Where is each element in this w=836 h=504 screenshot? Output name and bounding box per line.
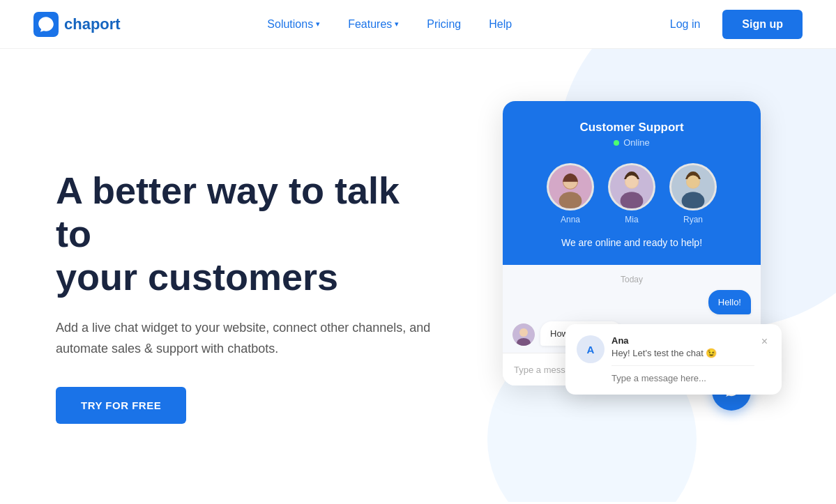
hero-subtitle: Add a live chat widget to your website, … <box>56 318 432 359</box>
hero-illustration: Customer Support Online <box>432 101 803 491</box>
notif-input-bar <box>611 365 754 383</box>
chat-tagline: We are online and ready to help! <box>561 237 702 248</box>
navbar: chaport Solutions ▾ Features ▾ Pricing H… <box>0 0 836 49</box>
chaport-logo-icon <box>33 12 59 37</box>
agent-mia-name: Mia <box>625 215 638 224</box>
chat-status: Online <box>614 137 650 148</box>
hero-text: A better way to talk to your customers A… <box>56 169 432 425</box>
hero-title: A better way to talk to your customers <box>56 169 432 298</box>
svg-point-8 <box>625 176 638 188</box>
svg-point-12 <box>687 176 699 188</box>
nav-solutions[interactable]: Solutions ▾ <box>256 13 331 36</box>
chat-date-separator: Today <box>503 265 761 290</box>
agent-anna-name: Anna <box>561 215 580 224</box>
notif-message: Hey! Let's test the chat 😉 <box>611 348 754 358</box>
nav-help[interactable]: Help <box>478 13 523 36</box>
chat-agents: Anna <box>547 163 717 224</box>
hero-section: A better way to talk to your customers A… <box>0 49 836 502</box>
agent-ryan: Ryan <box>669 163 717 224</box>
agent-ryan-name: Ryan <box>683 215 703 224</box>
msg-hello-bubble: Hello! <box>708 290 751 314</box>
notif-sender-name: Ana <box>611 335 754 346</box>
signup-button[interactable]: Sign up <box>722 10 803 39</box>
notif-close-button[interactable]: × <box>761 335 768 348</box>
notification-popup: A Ana Hey! Let's test the chat 😉 × <box>565 324 782 395</box>
msg-hello: Hello! <box>512 290 751 314</box>
chat-widget-outer: Customer Support Online <box>503 101 761 385</box>
login-button[interactable]: Log in <box>659 13 712 36</box>
nav-links: Solutions ▾ Features ▾ Pricing Help <box>256 13 523 36</box>
agent-anna-avatar <box>547 163 594 211</box>
agent-mia-avatar <box>608 163 655 211</box>
chat-panel-header: Customer Support Online <box>503 101 761 265</box>
brand-name: chaport <box>64 15 121 33</box>
chat-panel-title: Customer Support <box>579 121 683 135</box>
agent-ryan-avatar <box>669 163 717 211</box>
nav-features[interactable]: Features ▾ <box>337 13 410 36</box>
msg-agent-avatar <box>512 323 535 346</box>
nav-actions: Log in Sign up <box>659 10 803 39</box>
svg-point-14 <box>519 328 528 337</box>
agent-anna: Anna <box>547 163 594 224</box>
agent-mia: Mia <box>608 163 655 224</box>
solutions-chevron-icon: ▾ <box>316 20 320 29</box>
notif-reply-input[interactable] <box>611 373 754 383</box>
status-dot-icon <box>614 140 619 146</box>
notif-content: Ana Hey! Let's test the chat 😉 <box>611 335 754 383</box>
notif-sender-avatar: A <box>577 335 605 363</box>
nav-pricing[interactable]: Pricing <box>416 13 472 36</box>
logo[interactable]: chaport <box>33 12 121 37</box>
try-free-button[interactable]: TRY FOR FREE <box>56 387 186 424</box>
features-chevron-icon: ▾ <box>395 20 399 29</box>
